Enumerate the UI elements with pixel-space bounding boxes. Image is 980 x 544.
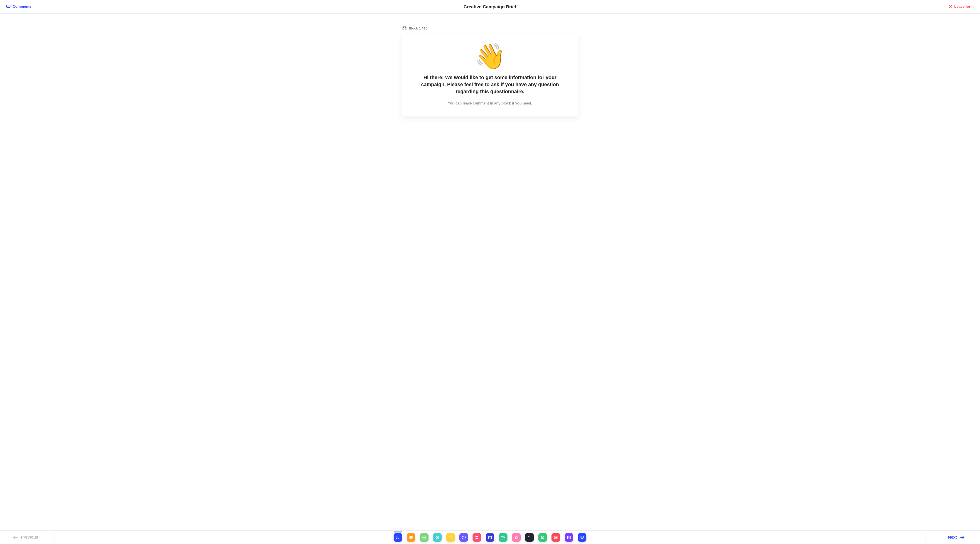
leave-form-button[interactable]: Leave form xyxy=(948,4,974,9)
user-writing-icon xyxy=(396,535,400,540)
main: Block 1 / 15 👋 Hi there! We would like t… xyxy=(0,14,980,530)
calendar-icon xyxy=(488,535,492,540)
svg-rect-7 xyxy=(403,29,404,30)
block-type-list: TTY/N“ xyxy=(394,533,586,542)
block-type-signature[interactable] xyxy=(578,533,586,542)
block-progress-bar xyxy=(394,531,402,533)
svg-rect-20 xyxy=(476,538,477,539)
svg-point-9 xyxy=(397,536,398,537)
block-type-text-type[interactable]: TT xyxy=(446,533,455,542)
svg-rect-21 xyxy=(477,538,478,539)
image-icon xyxy=(554,535,558,540)
block-type-yes-no[interactable]: Y/N xyxy=(499,533,508,542)
svg-text:“: “ xyxy=(528,535,530,539)
svg-text:T: T xyxy=(451,537,452,539)
svg-point-12 xyxy=(437,537,438,538)
tt-icon: TT xyxy=(448,535,453,540)
leave-form-label: Leave form xyxy=(955,4,974,9)
star-icon xyxy=(514,535,519,540)
svg-point-3 xyxy=(9,6,9,6)
svg-rect-4 xyxy=(403,27,406,30)
checkbox-icon xyxy=(422,535,426,540)
svg-point-16 xyxy=(463,536,464,537)
svg-point-25 xyxy=(555,537,556,538)
block-card: 👋 Hi there! We would like to get some in… xyxy=(401,34,579,116)
arrow-left-icon xyxy=(13,536,18,539)
upload-cal-icon xyxy=(567,535,571,540)
svg-rect-18 xyxy=(476,536,477,537)
previous-label: Previous xyxy=(21,534,38,540)
close-icon xyxy=(948,5,952,8)
block-type-checkbox[interactable] xyxy=(420,533,428,542)
wave-icon: 👋 xyxy=(474,44,506,69)
wave-illustration: 👋 xyxy=(412,44,568,69)
block-type-grid-choice[interactable] xyxy=(473,533,481,542)
next-button[interactable]: Next xyxy=(926,531,980,544)
header: Comments Creative Campaign Brief Leave f… xyxy=(0,0,980,14)
block-type-rating-star[interactable] xyxy=(512,533,520,542)
block-type-short-text[interactable] xyxy=(407,533,415,542)
svg-rect-8 xyxy=(405,29,406,30)
block-type-image[interactable] xyxy=(552,533,560,542)
svg-point-15 xyxy=(463,537,463,537)
svg-rect-22 xyxy=(488,536,492,539)
block-progress: Block 1 / 15 xyxy=(402,26,579,30)
grid4-icon xyxy=(474,535,479,540)
block-progress-label: Block 1 / 15 xyxy=(409,26,428,30)
footer: Previous TTY/N“ Next xyxy=(0,530,980,544)
block-type-target[interactable] xyxy=(433,533,442,542)
page-title: Creative Campaign Brief xyxy=(464,4,516,10)
svg-point-2 xyxy=(8,6,9,6)
arrow-right-icon xyxy=(959,536,964,539)
grid-icon xyxy=(402,26,407,30)
lines-icon xyxy=(409,535,413,540)
target-icon xyxy=(435,535,440,540)
svg-point-17 xyxy=(464,537,465,537)
svg-text:T: T xyxy=(449,536,451,539)
block-type-package[interactable] xyxy=(538,533,547,542)
block-type-welcome[interactable] xyxy=(394,533,402,542)
block-type-date[interactable] xyxy=(486,533,494,542)
box-icon xyxy=(540,535,545,540)
block-type-palette[interactable] xyxy=(460,533,468,542)
block-subheading: You can leave comment in any block if yo… xyxy=(412,101,568,106)
stack-icon xyxy=(580,535,584,540)
svg-rect-5 xyxy=(403,27,404,28)
comments-button[interactable]: Comments xyxy=(6,4,32,9)
svg-rect-10 xyxy=(423,536,426,539)
previous-button[interactable]: Previous xyxy=(0,531,54,544)
svg-point-1 xyxy=(8,6,8,6)
palette-icon xyxy=(461,535,466,540)
comments-label: Comments xyxy=(13,4,32,9)
block-type-quote[interactable]: “ xyxy=(525,533,534,542)
block-heading: Hi there! We would like to get some info… xyxy=(412,74,568,95)
quote-icon: “ xyxy=(527,535,532,540)
svg-rect-19 xyxy=(477,536,478,537)
comment-icon xyxy=(6,5,10,8)
svg-rect-6 xyxy=(405,27,406,28)
next-label: Next xyxy=(948,534,957,540)
block-type-upload[interactable] xyxy=(565,533,573,542)
